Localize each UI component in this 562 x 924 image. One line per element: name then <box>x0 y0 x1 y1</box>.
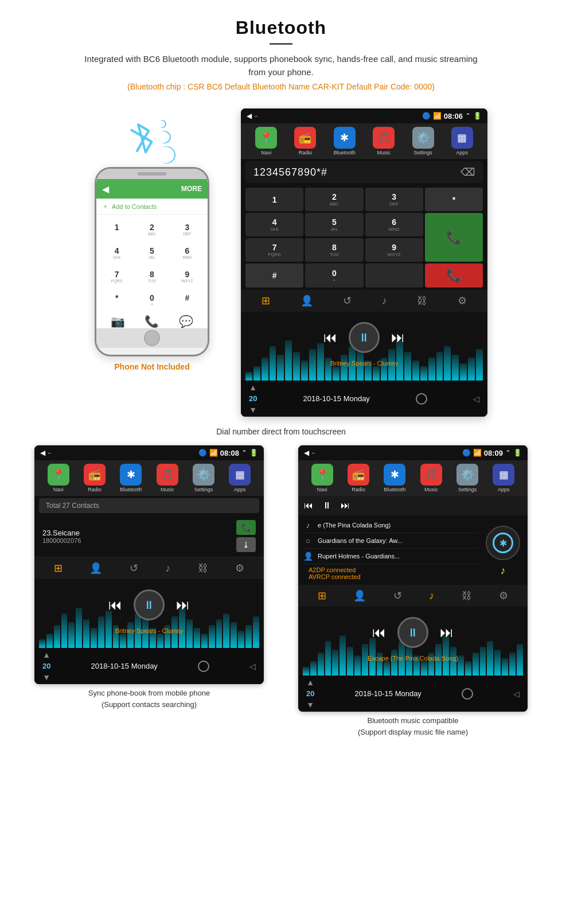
refresh-nav-icon[interactable]: ↺ <box>343 294 352 307</box>
call-button[interactable]: 📞 <box>425 213 483 262</box>
track-2[interactable]: ○ Guardians of the Galaxy: Aw... <box>303 533 478 549</box>
car-key-4[interactable]: 4GHI <box>245 213 303 236</box>
contacts-app-navi[interactable]: 📍 Navi <box>48 464 69 492</box>
prev-button[interactable]: ⏮ <box>323 329 337 345</box>
btmusic-settings-nav-icon[interactable]: ⚙ <box>499 589 508 602</box>
delete-icon[interactable]: ⌫ <box>460 166 475 178</box>
menu-nav-icon[interactable]: ⊞ <box>262 294 270 307</box>
contacts-down-arrow-icon[interactable]: ▼ <box>42 673 50 682</box>
btmusic-rewind-btn[interactable]: ⏮ <box>304 500 313 511</box>
app-radio[interactable]: 📻 Radio <box>294 127 316 156</box>
contacts-prev-button[interactable]: ⏮ <box>108 597 122 613</box>
contacts-home-circle-button[interactable] <box>198 661 209 672</box>
btmusic-link-nav-icon[interactable]: ⛓ <box>462 590 472 602</box>
contacts-music-nav-icon[interactable]: ♪ <box>165 562 170 574</box>
car-key-hash[interactable]: # <box>245 263 303 288</box>
music-nav-icon[interactable]: ♪ <box>382 295 387 307</box>
car-key-7[interactable]: 7PQRS <box>245 238 303 262</box>
contacts-person-nav-icon[interactable]: 👤 <box>89 562 102 574</box>
call-contact-button[interactable]: 📞 <box>236 520 256 535</box>
contacts-search-bar[interactable]: Total 27 Contacts <box>39 498 259 513</box>
app-bluetooth[interactable]: ✱ Bluetooth <box>334 127 356 156</box>
btmusic-app-radio[interactable]: 📻 Radio <box>348 464 369 492</box>
contacts-app-settings[interactable]: ⚙️ Settings <box>193 464 214 492</box>
dial-key-9[interactable]: 9WXYZ <box>171 266 203 286</box>
car-key-6[interactable]: 6MNO <box>365 213 423 236</box>
dial-key-5[interactable]: 5JKL <box>136 243 167 263</box>
settings-nav-icon[interactable]: ⚙ <box>458 294 467 307</box>
btmusic-next-button[interactable]: ⏭ <box>440 624 454 640</box>
btmusic-app-settings[interactable]: ⚙️ Settings <box>456 464 478 492</box>
dial-key-2[interactable]: 2ABC <box>136 219 167 239</box>
car-key-5[interactable]: 5JKL <box>305 213 363 236</box>
car-key-3[interactable]: 3DEF <box>365 188 423 211</box>
contacts-app-apps[interactable]: ▦ Apps <box>229 464 251 492</box>
btmusic-music-nav-icon[interactable]: ♪ <box>429 590 434 602</box>
btmusic-refresh-nav-icon[interactable]: ↺ <box>393 589 402 602</box>
dial-key-0[interactable]: 0+ <box>136 290 167 310</box>
dial-key-6[interactable]: 6MNO <box>171 243 203 263</box>
app-settings[interactable]: ⚙️ Settings <box>412 127 434 156</box>
btmusic-person-nav-icon[interactable]: 👤 <box>353 589 366 602</box>
car-key-1[interactable]: 1 <box>245 188 303 211</box>
btmusic-prev-button[interactable]: ⏮ <box>372 624 386 640</box>
phone-home-button[interactable] <box>144 330 160 346</box>
down-arrow-icon[interactable]: ▼ <box>249 405 257 414</box>
dial-key-4[interactable]: 4GHI <box>101 243 132 263</box>
message-contact-button[interactable]: ⤓ <box>236 537 256 552</box>
back-arrow-nav-icon[interactable]: ◁ <box>473 394 479 403</box>
call-icon[interactable]: 📞 <box>145 315 159 328</box>
car-key-9[interactable]: 9WXYZ <box>365 238 423 262</box>
dial-key-hash[interactable]: # <box>171 290 203 310</box>
video-call-icon[interactable]: 📷 <box>111 315 125 328</box>
link-nav-icon[interactable]: ⛓ <box>417 295 427 307</box>
btmusic-app-music[interactable]: 🎵 Music <box>420 464 442 492</box>
btmusic-down-arrow-icon[interactable]: ▼ <box>306 700 314 709</box>
btmusic-app-bluetooth[interactable]: ✱ Bluetooth <box>384 464 405 492</box>
btmusic-home-circle-button[interactable] <box>462 688 473 700</box>
app-navi[interactable]: 📍 Navi <box>255 127 277 156</box>
dial-key-1[interactable]: 1 <box>101 219 132 239</box>
person-nav-icon[interactable]: 👤 <box>300 294 313 307</box>
contacts-app-bluetooth[interactable]: ✱ Bluetooth <box>120 464 142 492</box>
contacts-next-button[interactable]: ⏭ <box>176 597 190 613</box>
contacts-app-radio[interactable]: 📻 Radio <box>84 464 106 492</box>
dial-key-8[interactable]: 8TUV <box>136 266 167 286</box>
btmusic-play-pause-button[interactable]: ⏸ <box>397 617 428 648</box>
contacts-link-nav-icon[interactable]: ⛓ <box>198 562 208 574</box>
btmusic-playpause-btn[interactable]: ⏸ <box>322 500 331 511</box>
up-arrow-icon[interactable]: ▲ <box>249 383 257 392</box>
contacts-back-arrow-nav-icon[interactable]: ◁ <box>249 662 256 671</box>
btmusic-menu-nav-icon[interactable]: ⊞ <box>318 589 326 602</box>
end-call-button[interactable]: 📞 <box>425 263 483 288</box>
contacts-up-arrow-icon[interactable]: ▲ <box>42 650 50 659</box>
contacts-menu-nav-icon[interactable]: ⊞ <box>54 562 63 574</box>
dial-key-star[interactable]: * <box>101 290 132 310</box>
contacts-play-pause-button[interactable]: ⏸ <box>134 589 165 620</box>
dial-key-7[interactable]: 7PQRS <box>101 266 132 286</box>
app-music[interactable]: 🎵 Music <box>373 127 395 156</box>
back-icon[interactable]: ◀ <box>247 112 252 120</box>
car-key-star[interactable]: * <box>425 188 483 211</box>
contacts-back-icon[interactable]: ◀ <box>40 449 45 457</box>
btmusic-app-apps[interactable]: ▦ Apps <box>493 464 514 492</box>
play-pause-button[interactable]: ⏸ <box>349 322 380 353</box>
car-key-0[interactable]: 0+ <box>305 263 363 288</box>
dial-key-3[interactable]: 3DEF <box>171 219 203 239</box>
next-button[interactable]: ⏭ <box>391 329 405 345</box>
track-1[interactable]: ♪ e (The Pina Colada Song) <box>303 518 478 533</box>
btmusic-forward-btn[interactable]: ⏭ <box>341 500 350 511</box>
message-icon[interactable]: 💬 <box>179 315 193 328</box>
home-circle-button[interactable] <box>416 393 427 405</box>
btmusic-back-icon[interactable]: ◀ <box>304 449 309 457</box>
btmusic-up-arrow-icon[interactable]: ▲ <box>306 678 314 687</box>
contacts-settings-nav-icon[interactable]: ⚙ <box>235 562 244 574</box>
contacts-refresh-nav-icon[interactable]: ↺ <box>130 562 138 574</box>
car-key-8[interactable]: 8TUV <box>305 238 363 262</box>
btmusic-back-arrow-nav-icon[interactable]: ◁ <box>513 689 520 698</box>
car-key-2[interactable]: 2ABC <box>305 188 363 211</box>
track-3[interactable]: 👤 Rupert Holmes - Guardians... <box>303 549 478 564</box>
contacts-app-music[interactable]: 🎵 Music <box>157 464 178 492</box>
btmusic-app-navi[interactable]: 📍 Navi <box>311 464 333 492</box>
app-apps[interactable]: ▦ Apps <box>451 127 473 156</box>
